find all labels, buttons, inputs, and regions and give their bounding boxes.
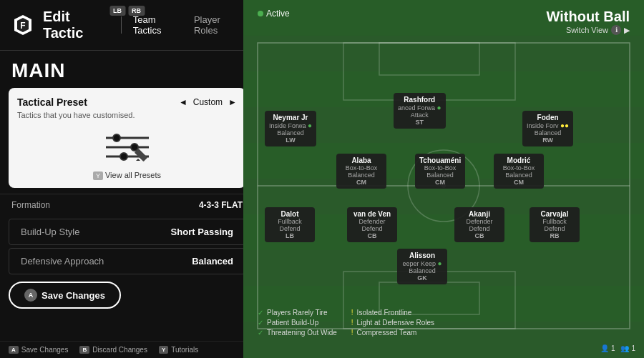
player-name: van de Ven: [351, 210, 393, 218]
buildup-row[interactable]: Build-Up Style Short Passing: [9, 219, 245, 245]
positive-feedback: ✓ Players Rarely Tire ✓ Patient Build-Up…: [258, 309, 337, 337]
formation-value: 4-3-3 FLAT: [199, 200, 243, 210]
check-icon-3: ✓: [258, 329, 263, 337]
player-name: Modrić: [498, 156, 540, 164]
player-name: Dalot: [269, 210, 311, 218]
left-panel: F LB RB Edit Tactic Team Tactics Player …: [0, 0, 254, 358]
controller-hints: LB RB: [109, 6, 145, 16]
feedback-item-1: ✓ Players Rarely Tire: [258, 309, 337, 317]
player-role: anced Forwa ●: [398, 104, 441, 111]
player-position: CB: [351, 232, 393, 239]
defensive-row[interactable]: Defensive Approach Balanced: [9, 248, 245, 274]
player-card-foden[interactable]: Foden Inside Forv ●● Balanced RW: [522, 111, 573, 146]
player-position: CM: [419, 179, 461, 186]
player-card-vdven[interactable]: van de Ven Defender Defend CB: [347, 207, 397, 242]
player-role: Fullback: [534, 218, 575, 225]
player-position: GK: [401, 274, 443, 282]
nav-team-tactics[interactable]: Team Tactics: [133, 14, 182, 36]
player-count: 1: [611, 344, 615, 352]
lb-button[interactable]: LB: [109, 6, 125, 16]
player-position: CM: [498, 179, 540, 186]
player-name: Akanji: [459, 210, 500, 218]
player-style: Defend: [459, 225, 500, 232]
feedback-text-6: Compressed Team: [357, 329, 417, 337]
svg-point-7: [131, 144, 138, 151]
pitch-feedback: ✓ Players Rarely Tire ✓ Patient Build-Up…: [258, 309, 630, 337]
player-card-alisson[interactable]: Alisson eeper Keep ● Balanced GK: [397, 249, 447, 284]
player-name: Alisson: [401, 252, 443, 259]
formation-label: Formation: [11, 200, 50, 210]
team-count: 1: [631, 344, 635, 352]
svg-point-6: [113, 134, 120, 141]
player-card-carvajal[interactable]: Carvajal Fullback Defend RB: [530, 207, 580, 242]
hint-a-btn: A: [9, 346, 19, 354]
player-style: Balanced: [498, 171, 540, 179]
preset-next[interactable]: ►: [228, 97, 237, 107]
svg-marker-10: [136, 159, 140, 161]
player-card-akanji[interactable]: Akanji Defender Defend CB: [454, 207, 504, 242]
player-card-rashford[interactable]: Rashford anced Forwa ● Attack ST: [394, 93, 446, 129]
svg-text:F: F: [20, 21, 25, 31]
defensive-label: Defensive Approach: [21, 256, 104, 267]
preset-nav: ◄ Custom ►: [179, 97, 237, 107]
check-icon-2: ✓: [258, 319, 263, 327]
player-style: Balanced: [401, 267, 443, 274]
feedback-item-2: ✓ Patient Build-Up: [258, 319, 337, 327]
hint-b-btn: B: [79, 346, 89, 354]
buildup-value: Short Passing: [171, 227, 233, 237]
player-name: Tchouaméni: [419, 156, 461, 164]
defensive-value: Balanced: [192, 256, 233, 267]
player-card-alaba[interactable]: Alaba Box-to-Box Balanced CM: [336, 154, 386, 189]
info-icon: ℹ: [611, 25, 621, 35]
switch-view-label: Switch View: [566, 26, 608, 34]
team-count-badge: 👥 1: [620, 344, 635, 352]
nav-player-roles[interactable]: Player Roles: [194, 14, 243, 36]
player-role: eeper Keep ●: [401, 259, 443, 267]
hint-tutorials-label: Tutorials: [171, 346, 198, 354]
player-role: Box-to-Box: [498, 164, 540, 171]
feedback-text-1: Players Rarely Tire: [267, 309, 327, 317]
save-button[interactable]: A Save Changes: [9, 282, 121, 309]
bottom-bar: A Save Changes B Discard Changes Y Tutor…: [0, 341, 254, 358]
player-position: RB: [534, 232, 575, 239]
switch-view[interactable]: Switch View ℹ ▶: [547, 25, 630, 35]
feedback-text-3: Threatening Out Wide: [267, 329, 337, 337]
pitch-area: Active Without Ball Switch View ℹ ▶ Neym…: [243, 0, 644, 358]
preset-value: Custom: [193, 97, 223, 107]
player-icon: 👤: [600, 344, 609, 352]
pitch-header: Active Without Ball Switch View ℹ ▶: [243, 0, 644, 41]
player-style: Balanced: [419, 171, 461, 179]
preset-card: Tactical Preset ◄ Custom ► Tactics that …: [9, 88, 245, 188]
preset-header: Tactical Preset ◄ Custom ►: [17, 96, 237, 108]
player-role: Box-to-Box: [341, 164, 382, 171]
feedback-item-3: ✓ Threatening Out Wide: [258, 329, 337, 337]
warn-icon-2: !: [351, 319, 353, 327]
pitch-title-area: Without Ball Switch View ℹ ▶: [547, 9, 630, 35]
player-card-neymar[interactable]: Neymar Jr Inside Forwa ● Balanced LW: [265, 111, 316, 146]
game-logo: F: [11, 14, 34, 36]
feedback-text-5: Light at Defensive Roles: [357, 319, 434, 327]
preset-icon-area: [17, 125, 237, 168]
player-position: CB: [459, 232, 500, 239]
hint-save-label: Save Changes: [21, 346, 69, 354]
feedback-text-4: Isolated Frontline: [357, 309, 412, 317]
player-style: Defend: [269, 225, 311, 232]
player-position: LW: [269, 136, 312, 144]
player-card-tchouameni[interactable]: Tchouaméni Box-to-Box Balanced CM: [415, 154, 465, 189]
preset-prev[interactable]: ◄: [179, 97, 187, 107]
player-card-dalot[interactable]: Dalot Fullback Defend LB: [265, 207, 315, 242]
hint-discard: B Discard Changes: [79, 346, 147, 354]
formation-row: Formation 4-3-3 FLAT: [0, 194, 254, 216]
check-icon-1: ✓: [258, 309, 263, 317]
player-role: Box-to-Box: [419, 164, 461, 171]
nav-links: Team Tactics Player Roles: [133, 14, 243, 36]
bottom-right-icons: 👤 1 👥 1: [600, 344, 635, 352]
preset-title: Tactical Preset: [17, 96, 87, 108]
rb-button[interactable]: RB: [128, 6, 145, 16]
view-all-presets[interactable]: YView all Presets: [17, 171, 237, 179]
section-label: MAIN: [0, 51, 254, 88]
player-card-modric[interactable]: Modrić Box-to-Box Balanced CM: [494, 154, 544, 189]
save-label: Save Changes: [42, 290, 105, 301]
player-name: Carvajal: [534, 210, 575, 218]
player-role: Inside Forv ●●: [527, 121, 569, 129]
